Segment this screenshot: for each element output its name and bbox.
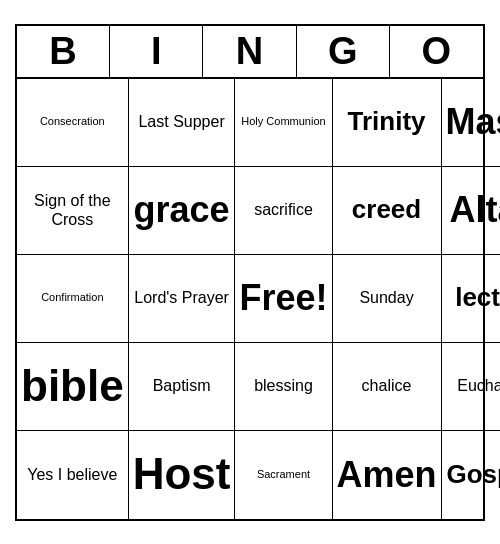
cell-text-6: grace xyxy=(134,188,230,231)
cell-text-17: blessing xyxy=(254,376,313,395)
header-letter-b: B xyxy=(17,26,110,77)
bingo-cell-1[interactable]: Last Supper xyxy=(129,79,236,167)
header-letter-g: G xyxy=(297,26,390,77)
cell-text-12: Free! xyxy=(239,276,327,319)
bingo-card: BINGO ConsecrationLast SupperHoly Commun… xyxy=(15,24,485,521)
cell-text-21: Host xyxy=(133,448,231,501)
bingo-cell-7[interactable]: sacrifice xyxy=(235,167,332,255)
bingo-cell-15[interactable]: bible xyxy=(17,343,129,431)
bingo-grid: ConsecrationLast SupperHoly CommunionTri… xyxy=(17,79,483,519)
bingo-cell-5[interactable]: Sign of the Cross xyxy=(17,167,129,255)
cell-text-10: Confirmation xyxy=(41,291,103,304)
bingo-cell-17[interactable]: blessing xyxy=(235,343,332,431)
bingo-header: BINGO xyxy=(17,26,483,79)
header-letter-i: I xyxy=(110,26,203,77)
cell-text-19: Eucharist xyxy=(457,376,500,395)
bingo-cell-2[interactable]: Holy Communion xyxy=(235,79,332,167)
cell-text-20: Yes I believe xyxy=(27,465,117,484)
bingo-cell-23[interactable]: Amen xyxy=(333,431,442,519)
bingo-cell-4[interactable]: Mass xyxy=(442,79,500,167)
bingo-cell-8[interactable]: creed xyxy=(333,167,442,255)
cell-text-3: Trinity xyxy=(348,106,426,137)
cell-text-15: bible xyxy=(21,360,124,413)
cell-text-11: Lord's Prayer xyxy=(134,288,229,307)
cell-text-13: Sunday xyxy=(359,288,413,307)
cell-text-18: chalice xyxy=(362,376,412,395)
cell-text-9: Altar xyxy=(450,188,500,231)
cell-text-1: Last Supper xyxy=(138,112,224,131)
cell-text-16: Baptism xyxy=(153,376,211,395)
cell-text-14: lector xyxy=(455,282,500,313)
cell-text-2: Holy Communion xyxy=(241,115,325,128)
cell-text-7: sacrifice xyxy=(254,200,313,219)
cell-text-22: Sacrament xyxy=(257,468,310,481)
bingo-cell-13[interactable]: Sunday xyxy=(333,255,442,343)
bingo-cell-24[interactable]: Gospel xyxy=(442,431,500,519)
bingo-cell-14[interactable]: lector xyxy=(442,255,500,343)
cell-text-5: Sign of the Cross xyxy=(21,191,124,229)
header-letter-o: O xyxy=(390,26,483,77)
bingo-cell-3[interactable]: Trinity xyxy=(333,79,442,167)
bingo-cell-18[interactable]: chalice xyxy=(333,343,442,431)
cell-text-4: Mass xyxy=(446,100,500,143)
bingo-cell-9[interactable]: Altar xyxy=(442,167,500,255)
cell-text-23: Amen xyxy=(337,453,437,496)
bingo-cell-11[interactable]: Lord's Prayer xyxy=(129,255,236,343)
bingo-cell-0[interactable]: Consecration xyxy=(17,79,129,167)
bingo-cell-10[interactable]: Confirmation xyxy=(17,255,129,343)
cell-text-0: Consecration xyxy=(40,115,105,128)
cell-text-24: Gospel xyxy=(446,459,500,490)
bingo-cell-22[interactable]: Sacrament xyxy=(235,431,332,519)
bingo-cell-21[interactable]: Host xyxy=(129,431,236,519)
bingo-cell-6[interactable]: grace xyxy=(129,167,236,255)
cell-text-8: creed xyxy=(352,194,421,225)
bingo-cell-20[interactable]: Yes I believe xyxy=(17,431,129,519)
bingo-cell-19[interactable]: Eucharist xyxy=(442,343,500,431)
header-letter-n: N xyxy=(203,26,296,77)
bingo-cell-12[interactable]: Free! xyxy=(235,255,332,343)
bingo-cell-16[interactable]: Baptism xyxy=(129,343,236,431)
